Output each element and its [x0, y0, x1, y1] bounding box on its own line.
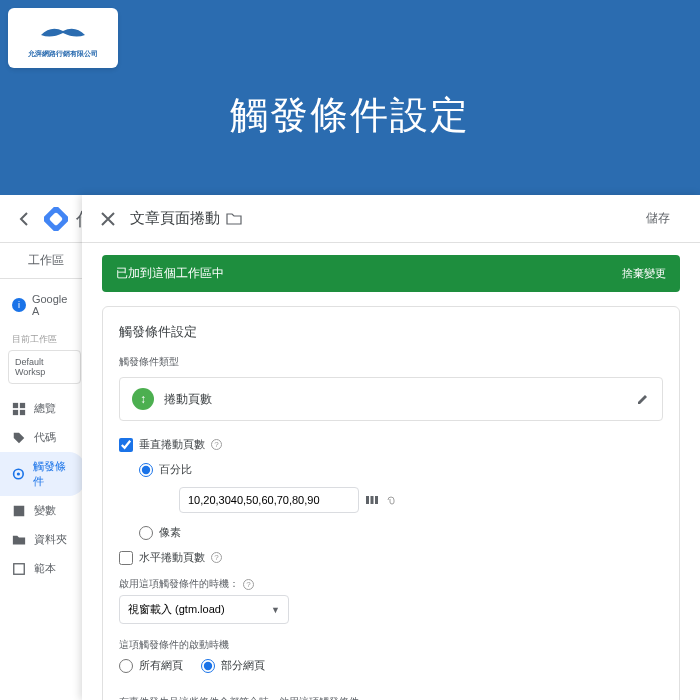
svg-point-7 — [17, 472, 20, 475]
svg-rect-11 — [371, 496, 374, 504]
all-pages-radio-row: 所有網頁 — [119, 658, 183, 673]
enable-when-dropdown[interactable]: 視窗載入 (gtm.load) ▼ — [119, 595, 289, 624]
workspace-banner: 已加到這個工作區中 捨棄變更 — [102, 255, 680, 292]
type-label: 觸發條件類型 — [119, 355, 663, 369]
svg-rect-4 — [13, 409, 18, 414]
percent-radio[interactable] — [139, 463, 153, 477]
percent-input-row — [179, 487, 663, 513]
eagle-logo-icon — [39, 17, 87, 47]
edit-icon[interactable] — [636, 392, 650, 406]
modal-header: 文章頁面捲動 儲存 — [82, 195, 700, 243]
dashboard-icon — [12, 402, 26, 416]
enable-when-value: 視窗載入 (gtm.load) — [128, 602, 225, 617]
banner-text: 已加到這個工作區中 — [116, 265, 224, 282]
config-title: 觸發條件設定 — [119, 323, 663, 341]
condition-label: 有事件發生且這些條件全都符合時，啟用這項觸發條件 — [119, 695, 663, 700]
vertical-scroll-label: 垂直捲動頁數 — [139, 437, 205, 452]
trigger-type-selector[interactable]: ↕ 捲動頁數 — [119, 377, 663, 421]
company-logo-badge: 允湃網路行銷有限公司 — [8, 8, 118, 68]
svg-rect-9 — [14, 563, 25, 574]
account-row[interactable]: i Google A — [0, 287, 89, 323]
pixels-radio[interactable] — [139, 526, 153, 540]
nav-variables[interactable]: 變數 — [0, 496, 89, 525]
modal-body: 已加到這個工作區中 捨棄變更 觸發條件設定 觸發條件類型 ↕ 捲動頁數 垂直捲動… — [82, 243, 700, 700]
back-arrow-icon[interactable] — [12, 207, 36, 231]
nav-overview[interactable]: 總覽 — [0, 394, 89, 423]
all-pages-radio[interactable] — [119, 659, 133, 673]
vertical-scroll-checkbox-row: 垂直捲動頁數 ? — [119, 437, 663, 452]
folder-nav-icon — [12, 533, 26, 547]
tab-workspace[interactable]: 工作區 — [16, 243, 76, 278]
percent-label: 百分比 — [159, 462, 192, 477]
modal-title-row: 文章頁面捲動 — [130, 209, 632, 228]
chevron-down-icon: ▼ — [271, 605, 280, 615]
help-icon[interactable]: ? — [243, 579, 254, 590]
trigger-type-value: 捲動頁數 — [164, 391, 626, 408]
svg-rect-3 — [20, 402, 25, 407]
help-icon[interactable]: ? — [211, 439, 222, 450]
percent-radio-row: 百分比 — [139, 462, 663, 477]
trigger-config-modal: 文章頁面捲動 儲存 已加到這個工作區中 捨棄變更 觸發條件設定 觸發條件類型 ↕… — [82, 195, 700, 700]
some-pages-radio-row: 部分網頁 — [201, 658, 265, 673]
some-pages-label: 部分網頁 — [221, 658, 265, 673]
folder-icon[interactable] — [226, 211, 242, 227]
target-icon — [12, 467, 25, 481]
svg-rect-2 — [13, 402, 18, 407]
workspace-label: 目前工作區 — [0, 323, 89, 350]
pixels-label: 像素 — [159, 525, 181, 540]
nav-folders[interactable]: 資料夾 — [0, 525, 89, 554]
svg-rect-12 — [375, 496, 378, 504]
nav-tags[interactable]: 代碼 — [0, 423, 89, 452]
hero-banner: 允湃網路行銷有限公司 觸發條件設定 — [0, 0, 700, 195]
close-icon[interactable] — [98, 209, 118, 229]
company-name: 允湃網路行銷有限公司 — [28, 49, 98, 59]
enable-when-label: 啟用這項觸發條件的時機： ? — [119, 577, 663, 591]
scroll-type-icon: ↕ — [132, 388, 154, 410]
discard-changes-button[interactable]: 捨棄變更 — [622, 266, 666, 281]
trigger-when-label: 這項觸發條件的啟動時機 — [119, 638, 663, 652]
sidebar-nav: 總覽 代碼 觸發條件 變數 資料夾 範本 — [0, 394, 89, 583]
horizontal-scroll-checkbox-row: 水平捲動頁數 ? — [119, 550, 663, 565]
horizontal-scroll-label: 水平捲動頁數 — [139, 550, 205, 565]
horizontal-scroll-checkbox[interactable] — [119, 551, 133, 565]
svg-rect-8 — [14, 505, 25, 516]
svg-rect-10 — [366, 496, 369, 504]
info-dot-icon: i — [12, 298, 26, 312]
svg-rect-5 — [20, 409, 25, 414]
gtm-logo-icon — [44, 207, 68, 231]
vertical-scroll-checkbox[interactable] — [119, 438, 133, 452]
trigger-config-card: 觸發條件設定 觸發條件類型 ↕ 捲動頁數 垂直捲動頁數 ? 百分比 — [102, 306, 680, 700]
save-button[interactable]: 儲存 — [632, 204, 684, 233]
cube-icon — [12, 504, 26, 518]
variable-icon[interactable] — [365, 493, 379, 507]
all-pages-label: 所有網頁 — [139, 658, 183, 673]
attach-icon[interactable] — [385, 494, 397, 506]
percent-values-input[interactable] — [179, 487, 359, 513]
account-name: Google A — [32, 293, 77, 317]
nav-templates[interactable]: 範本 — [0, 554, 89, 583]
template-icon — [12, 562, 26, 576]
trigger-name[interactable]: 文章頁面捲動 — [130, 209, 220, 228]
pixels-radio-row: 像素 — [139, 525, 663, 540]
gtm-sidebar: i Google A 目前工作區 Default Worksp 總覽 代碼 觸發… — [0, 279, 90, 700]
nav-triggers[interactable]: 觸發條件 — [0, 452, 85, 496]
help-icon[interactable]: ? — [211, 552, 222, 563]
tag-icon — [12, 431, 26, 445]
trigger-when-radios: 所有網頁 部分網頁 — [119, 658, 663, 683]
workspace-selector[interactable]: Default Worksp — [8, 350, 81, 384]
some-pages-radio[interactable] — [201, 659, 215, 673]
